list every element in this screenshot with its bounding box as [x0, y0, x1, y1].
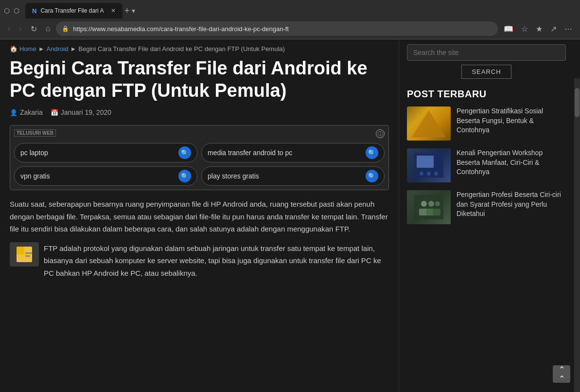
ad-search-item-2[interactable]: media transfer android to pc 🔍 — [201, 143, 385, 162]
lock-icon: 🔒 — [62, 25, 69, 32]
post-thumb-workshop — [407, 148, 451, 182]
forward-button[interactable]: › — [16, 22, 24, 35]
tab-title: Cara Transfer File dari A — [40, 7, 107, 14]
refresh-button[interactable]: ↻ — [28, 22, 40, 36]
author-name: Zakaria — [20, 108, 43, 116]
home-button[interactable]: ⌂ — [43, 22, 53, 35]
sidebar: SEARCH POST TERBARU Pengertian Stratifik… — [399, 39, 574, 392]
calendar-icon: 📅 — [51, 109, 58, 116]
ad-search-btn-1[interactable]: 🔍 — [178, 146, 191, 159]
ad-search-btn-3[interactable]: 🔍 — [178, 170, 191, 182]
page-content: 🏠 Home ► Android ► Begini Cara Transfer … — [0, 39, 580, 392]
post-thumb-0 — [407, 107, 451, 141]
breadcrumb-sep-1: ► — [38, 45, 45, 53]
svg-rect-2 — [25, 252, 32, 254]
home-icon: 🏠 — [10, 45, 18, 53]
tab-icon-1[interactable]: ⬡ — [4, 7, 10, 15]
ad-search-text-2: media transfer android to pc — [208, 149, 292, 157]
article-snippet: FTP adalah protokol yang digunakan dalam… — [10, 242, 389, 280]
ad-search-text-4: play stores gratis — [208, 172, 259, 180]
svg-point-8 — [434, 172, 438, 176]
tab-icon-2[interactable]: ⬡ — [14, 7, 19, 15]
ad-label: TELUSURI WEB — [14, 129, 56, 137]
more-button[interactable]: ⋯ — [562, 22, 575, 36]
ad-search-btn-2[interactable]: 🔍 — [366, 146, 378, 159]
breadcrumb-android[interactable]: Android — [47, 45, 69, 53]
search-button[interactable]: SEARCH — [461, 65, 511, 79]
address-bar[interactable]: 🔒 https://www.nesabamedia.com/cara-trans… — [56, 21, 498, 36]
article-title: Begini Cara Transfer File dari Android k… — [10, 57, 389, 102]
breadcrumb-sep-2: ► — [70, 45, 76, 53]
search-input[interactable] — [407, 44, 566, 61]
post-info-2: Pengertian Profesi Beserta Ciri-ciri dan… — [457, 190, 566, 219]
add-tab-button[interactable]: + — [124, 6, 130, 15]
publish-date: Januari 19, 2020 — [61, 108, 111, 116]
breadcrumb-home[interactable]: Home — [19, 45, 36, 53]
post-title-0: Pengertian Stratifikasi Sosial Beserta F… — [457, 107, 543, 134]
active-tab[interactable]: N Cara Transfer File dari A ✕ — [25, 3, 123, 18]
nav-bar: ‹ › ↻ ⌂ 🔒 https://www.nesabamedia.com/ca… — [0, 18, 580, 39]
svg-rect-3 — [25, 255, 30, 257]
date-meta: 📅 Januari 19, 2020 — [51, 108, 111, 116]
article-paragraph-2: FTP adalah protokol yang digunakan dalam… — [44, 242, 389, 280]
svg-point-7 — [427, 172, 431, 176]
post-thumb-2 — [407, 190, 451, 224]
post-info-1: Kenali Pengertian Workshop Beserta Manfa… — [457, 148, 566, 177]
post-title-1: Kenali Pengertian Workshop Beserta Manfa… — [457, 149, 543, 176]
tab-bar: ⬡ ⬡ N Cara Transfer File dari A ✕ + ▾ — [0, 0, 580, 18]
ad-search-text-1: pc laptop — [20, 149, 48, 157]
scrollbar[interactable] — [574, 78, 580, 392]
svg-point-10 — [421, 201, 427, 207]
post-item-0[interactable]: Pengertian Stratifikasi Sosial Beserta F… — [407, 107, 566, 141]
post-item-2[interactable]: Pengertian Profesi Beserta Ciri-ciri dan… — [407, 190, 566, 224]
ad-widget: TELUSURI WEB ⓘ pc laptop 🔍 media transfe… — [10, 125, 389, 190]
snippet-icon — [10, 242, 39, 267]
url-text: https://www.nesabamedia.com/cara-transfe… — [73, 25, 492, 33]
ad-search-item-1[interactable]: pc laptop 🔍 — [14, 143, 197, 162]
breadcrumb-current: Begini Cara Transfer File dari Android k… — [78, 45, 285, 53]
scroll-top-button[interactable]: ⌃⌃ — [553, 365, 570, 383]
search-box: SEARCH — [407, 44, 566, 79]
svg-rect-15 — [433, 209, 440, 215]
search-input-wrap — [407, 44, 566, 61]
svg-point-11 — [428, 201, 434, 207]
post-thumb-pyramid — [407, 107, 451, 141]
user-icon: 👤 — [10, 109, 18, 116]
post-thumb-profesi — [407, 190, 451, 224]
ad-search-btn-4[interactable]: 🔍 — [366, 170, 378, 182]
author-meta: 👤 Zakaria — [10, 108, 43, 116]
share-button[interactable]: ↗ — [547, 22, 560, 36]
tab-close-button[interactable]: ✕ — [111, 7, 116, 14]
collections-button[interactable]: ★ — [533, 22, 545, 36]
ad-searches: pc laptop 🔍 media transfer android to pc… — [14, 143, 385, 186]
browser-chrome: ⬡ ⬡ N Cara Transfer File dari A ✕ + ▾ ‹ … — [0, 0, 580, 39]
svg-point-6 — [420, 172, 423, 176]
ad-search-item-4[interactable]: play stores gratis 🔍 — [201, 166, 385, 186]
back-button[interactable]: ‹ — [5, 22, 13, 35]
svg-rect-1 — [17, 247, 24, 254]
scrollbar-thumb[interactable] — [575, 88, 580, 117]
tab-favicon: N — [32, 7, 36, 15]
article-paragraph-1: Suatu saat, seberapapun besarnya ruang p… — [10, 198, 389, 235]
svg-point-12 — [435, 201, 440, 206]
post-info-0: Pengertian Stratifikasi Sosial Beserta F… — [457, 107, 566, 135]
tab-chevron-button[interactable]: ▾ — [132, 7, 135, 15]
article-meta: 👤 Zakaria 📅 Januari 19, 2020 — [10, 108, 389, 116]
post-title-2: Pengertian Profesi Beserta Ciri-ciri dan… — [457, 191, 561, 217]
ad-info-icon[interactable]: ⓘ — [376, 129, 385, 138]
favorites-button[interactable]: ☆ — [518, 22, 531, 36]
breadcrumb: 🏠 Home ► Android ► Begini Cara Transfer … — [10, 45, 389, 53]
svg-rect-9 — [414, 195, 443, 219]
post-thumb-1 — [407, 148, 451, 182]
ad-search-text-3: vpn gratis — [20, 172, 50, 180]
post-item-1[interactable]: Kenali Pengertian Workshop Beserta Manfa… — [407, 148, 566, 182]
svg-rect-5 — [417, 156, 434, 168]
note-svg — [15, 245, 34, 264]
post-terbaru-title: POST TERBARU — [407, 89, 566, 100]
reader-view-button[interactable]: 📖 — [501, 22, 516, 36]
ad-search-item-3[interactable]: vpn gratis 🔍 — [14, 166, 197, 186]
main-article: 🏠 Home ► Android ► Begini Cara Transfer … — [0, 39, 399, 392]
post-terbaru-section: POST TERBARU Pengertian Stratifikasi Sos… — [407, 89, 566, 224]
